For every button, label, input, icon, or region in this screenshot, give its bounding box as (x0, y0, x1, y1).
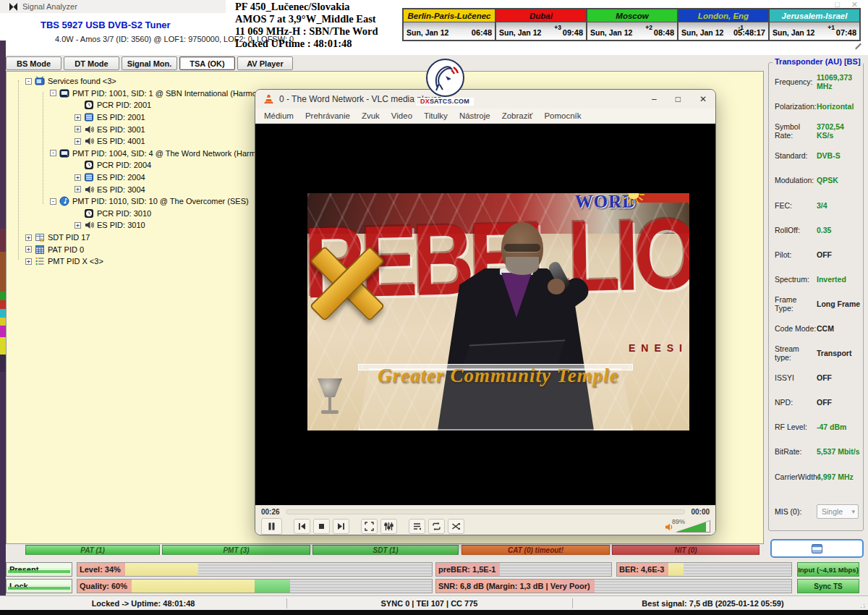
vlc-maximize-icon[interactable]: □ (676, 94, 681, 104)
vlc-minimize-icon[interactable]: – (652, 94, 657, 104)
clock-time: 09:48 (563, 28, 583, 37)
extended-settings-button[interactable] (380, 519, 397, 534)
expand-toggle[interactable]: + (75, 174, 81, 181)
previous-button[interactable] (294, 519, 310, 534)
clock-date: Sun, Jan 12 (407, 28, 448, 37)
seek-bar[interactable] (286, 509, 686, 514)
si-table-bar-nit: NIT (0) (612, 545, 760, 555)
pmt-icon (59, 88, 69, 98)
clock-city: Dubai (496, 9, 586, 22)
stop-button[interactable] (313, 519, 330, 534)
expand-toggle[interactable]: + (75, 138, 81, 145)
playlist-button[interactable] (409, 519, 425, 534)
time-elapsed: 00:26 (261, 508, 280, 516)
transponder-field: NPD:OFF (775, 390, 863, 415)
expand-toggle[interactable]: + (75, 114, 81, 121)
vlc-menu-nstroje[interactable]: Nástroje (459, 111, 490, 120)
backdrop-side-letters: ENESI (629, 342, 688, 354)
field-label: CarrierWidth: (775, 472, 817, 481)
expand-toggle[interactable]: + (25, 246, 32, 253)
transponder-field: Stream type:Transport (775, 341, 863, 365)
annotation-text: PF 450_Lučenec/SlovakiaAMOS 7 at 3,9°W_M… (235, 1, 378, 50)
annotation-line: Locked UPtime : 48:01:48 (235, 38, 378, 50)
random-button[interactable] (448, 519, 464, 534)
transponder-field: Pilot:OFF (775, 242, 863, 267)
expand-toggle[interactable]: - (25, 78, 32, 85)
pmtx-icon (35, 256, 45, 266)
field-value: OFF (817, 373, 832, 382)
expand-toggle[interactable]: + (75, 186, 81, 192)
field-value: 5,537 Mbit/s (817, 447, 860, 456)
vlc-menu-pomocnk[interactable]: Pomocník (544, 111, 581, 120)
resize-grip[interactable] (864, 606, 865, 607)
tree-label: PMT PID: 1010, SID: 10 @ The Overcomer (… (72, 197, 249, 205)
transponder-field: RollOff:0.35 (775, 218, 863, 242)
volume-slider[interactable] (676, 521, 710, 532)
clock-city: Berlin-Paris-Lučenec (404, 9, 495, 22)
expand-toggle[interactable]: + (25, 234, 32, 241)
field-label: Frame Type: (775, 295, 817, 313)
clock-time: 06:48 (472, 28, 492, 37)
vlc-menu-prehrvanie[interactable]: Prehrávanie (305, 111, 350, 120)
expand-toggle[interactable]: + (75, 222, 81, 229)
statusbar: Locked -> Uptime: 48:01:48 SYNC 0 | TEI … (0, 595, 868, 610)
field-value: -47 dBm (817, 423, 846, 431)
pause-button[interactable] (261, 518, 282, 535)
capture-button[interactable] (770, 539, 864, 558)
tree-label: ES PID: 3010 (97, 221, 145, 229)
dxsatcs-label: DXSATCS.COM (416, 98, 474, 106)
fullscreen-button[interactable] (361, 519, 378, 534)
vlc-menu-titulky[interactable]: Titulky (424, 111, 448, 120)
clock-city: London, Eng (678, 9, 768, 22)
loop-button[interactable] (428, 519, 445, 534)
tree-guide-line (18, 80, 19, 260)
clock-utc-offset: +1 (827, 24, 835, 31)
volume-control[interactable]: 89% (665, 521, 710, 532)
mis-dropdown[interactable]: Single ▾ (817, 504, 859, 519)
tab-av-player[interactable]: AV Player (237, 56, 293, 70)
statusbar-sync: SYNC 0 | TEI 107 | CC 775 (286, 596, 572, 611)
tab-signal-mon-[interactable]: Signal Mon. (122, 56, 177, 70)
transponder-panel-title: Transponder (AU) [BS] (773, 57, 863, 66)
field-label: Symbol Rate: (775, 122, 817, 140)
background-window-edge (0, 41, 6, 611)
vlc-menu-zvuk[interactable]: Zvuk (362, 111, 380, 120)
app-icon (9, 3, 17, 11)
tree-label: PCR PID: 2004 (97, 161, 151, 169)
vlc-menu-zobrazi[interactable]: Zobraziť (502, 111, 533, 120)
field-value: QPSK (817, 176, 838, 184)
field-label: Modulation: (775, 176, 817, 184)
clock-time: 08:48 (654, 28, 674, 37)
next-button[interactable] (333, 519, 349, 534)
video-icon (84, 172, 94, 182)
transponder-field: Modulation:QPSK (775, 168, 863, 192)
field-label: Spectrum: (775, 275, 817, 284)
field-label: BitRate: (775, 447, 817, 456)
vlc-close-icon[interactable]: ✕ (699, 94, 707, 104)
expand-toggle[interactable]: + (25, 258, 32, 265)
transponder-field: Polarization:Horizontal (775, 94, 863, 119)
transponder-field: Standard:DVB-S (775, 143, 863, 168)
transponder-field: Code Mode:CCM (775, 316, 863, 341)
annotation-line: AMOS 7 at 3,9°W_Middle East (235, 13, 378, 25)
tree-label: PMT PID: 1004, SID: 4 @ The Word Network… (72, 149, 273, 158)
field-value: Inverted (817, 275, 846, 284)
field-value: 3702,54 KS/s (817, 122, 863, 140)
tree-row[interactable]: -Services found <3> (25, 75, 763, 88)
transponder-field: CarrierWidth:4,997 MHz (775, 465, 863, 489)
tab-tsa-ok-[interactable]: TSA (OK) (179, 56, 235, 70)
expand-toggle[interactable]: - (50, 90, 56, 96)
disk-icon (812, 544, 822, 554)
field-label: Stream type: (775, 344, 817, 362)
field-label: Pilot: (775, 250, 817, 259)
expand-toggle[interactable]: - (50, 198, 56, 205)
vlc-menu-mdium[interactable]: Médium (264, 111, 294, 120)
vlc-titlebar[interactable]: 0 - The Word Network - VLC media player … (255, 90, 715, 109)
field-value: CCM (817, 324, 834, 333)
vlc-menu-video[interactable]: Video (391, 111, 412, 120)
tab-dt-mode[interactable]: DT Mode (64, 56, 119, 70)
tab-bs-mode[interactable]: BS Mode (6, 56, 61, 70)
expand-toggle[interactable]: - (50, 150, 56, 156)
field-value: DVB-S (817, 151, 841, 160)
expand-toggle[interactable]: + (75, 126, 81, 132)
